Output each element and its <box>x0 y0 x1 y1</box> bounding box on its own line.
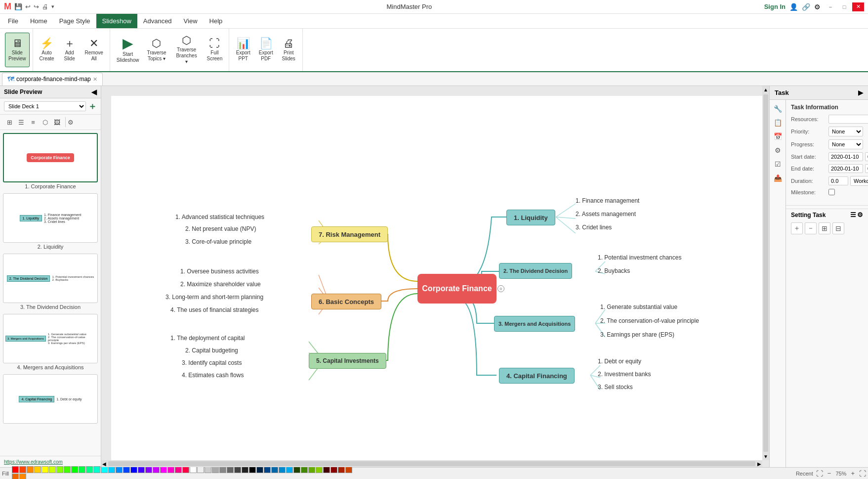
close-btn[interactable]: ✕ <box>852 2 864 11</box>
color-swatch-13[interactable] <box>108 466 115 473</box>
color-swatch-4[interactable] <box>41 466 48 473</box>
quick-access-print[interactable]: 🖨 <box>42 3 48 10</box>
menu-page-style[interactable]: Page Style <box>53 14 96 28</box>
setting-grid-btn[interactable]: ⊞ <box>819 222 830 234</box>
slide-deck-select[interactable]: Slide Deck 1 <box>4 101 86 111</box>
ribbon-btn-traverse-topics[interactable]: ⬡ Traverse Topics ▾ <box>143 33 169 67</box>
color-swatch-37[interactable] <box>286 466 293 473</box>
scroll-left-btn[interactable]: ◀ <box>101 460 107 468</box>
view-btn-grid[interactable]: ⊞ <box>4 117 15 128</box>
color-swatch-15[interactable] <box>123 466 130 473</box>
ribbon-btn-start-slideshow[interactable]: ▶ Start Slideshow <box>113 33 143 67</box>
view-btn-icon[interactable]: ⬡ <box>40 117 50 128</box>
view-btn-thumb[interactable]: 🖼 <box>51 117 62 128</box>
footer-link[interactable]: https://www.edrawsoft.com <box>4 459 63 465</box>
color-swatch-23[interactable] <box>182 466 189 473</box>
fit-icon[interactable]: ⛶ <box>816 470 823 478</box>
quick-access-save[interactable]: 💾 <box>14 3 22 10</box>
scroll-up-btn[interactable]: ▲ <box>762 86 769 93</box>
slide-item-5[interactable]: 4. Capital Financing 1. Debt or equity <box>3 374 98 424</box>
task-duration-value[interactable] <box>828 176 848 185</box>
color-swatch-40[interactable] <box>308 466 315 473</box>
task-end-date[interactable] <box>828 164 863 173</box>
canvas-area[interactable]: ▲ ▼ ◀ ▶ <box>101 86 769 467</box>
menu-view[interactable]: View <box>178 14 204 28</box>
node-capital-investments[interactable]: 5. Capital Investments <box>309 353 386 369</box>
task-duration-unit[interactable]: Workda Hours Days <box>850 176 868 186</box>
color-swatch-24[interactable] <box>190 466 197 473</box>
task-priority-select[interactable]: None Low Medium High <box>828 127 863 136</box>
color-swatch-22[interactable] <box>175 466 182 473</box>
color-swatch-30[interactable] <box>234 466 241 473</box>
menu-file[interactable]: File <box>2 14 24 28</box>
node-central[interactable]: Corporate Finance <box>417 274 496 304</box>
settings-icon[interactable]: ⚙ <box>814 3 821 11</box>
ribbon-btn-slide-preview[interactable]: 🖥 Slide Preview <box>5 33 30 67</box>
color-swatch-10[interactable] <box>86 466 93 473</box>
expand-indicator[interactable]: ○ <box>497 285 504 292</box>
task-milestone-checkbox[interactable] <box>828 189 835 195</box>
node-mergers[interactable]: 3. Mergers and Acquisitions <box>494 316 575 332</box>
node-basic-concepts[interactable]: 6. Basic Concepts <box>311 294 381 309</box>
color-swatch-5[interactable] <box>49 466 56 473</box>
node-dividend[interactable]: 2. The Dividend Decision <box>499 263 572 279</box>
color-swatch-38[interactable] <box>293 466 300 473</box>
menu-slideshow[interactable]: Slideshow <box>96 14 137 28</box>
color-swatch-45[interactable] <box>345 466 352 473</box>
ribbon-btn-export-pdf[interactable]: 📄 Export PDF <box>255 33 277 67</box>
ribbon-btn-remove-all[interactable]: ✕ Remove All <box>82 33 107 67</box>
quick-access-redo[interactable]: ↪ <box>34 3 39 10</box>
user-icon[interactable]: 👤 <box>789 3 798 11</box>
color-swatch-8[interactable] <box>71 466 78 473</box>
color-swatch-16[interactable] <box>130 466 137 473</box>
task-start-time[interactable] <box>865 152 868 161</box>
color-swatch-0[interactable] <box>12 466 19 473</box>
zoom-in-btn[interactable]: + <box>849 470 856 477</box>
color-swatch-47[interactable] <box>19 474 26 479</box>
color-swatch-9[interactable] <box>79 466 85 473</box>
zoom-out-btn[interactable]: − <box>826 470 833 477</box>
scroll-right-btn[interactable]: ▶ <box>756 460 762 468</box>
color-swatch-14[interactable] <box>116 466 123 473</box>
color-swatch-6[interactable] <box>56 466 63 473</box>
color-swatch-36[interactable] <box>279 466 286 473</box>
color-swatch-27[interactable] <box>212 466 219 473</box>
color-swatch-26[interactable] <box>205 466 211 473</box>
maximize-btn[interactable]: □ <box>838 2 850 11</box>
color-swatch-25[interactable] <box>197 466 204 473</box>
setting-layout-btn[interactable]: ⊟ <box>832 222 844 234</box>
task-progress-select[interactable]: None 25% 50% 75% 100% <box>828 139 863 149</box>
color-swatch-21[interactable] <box>167 466 174 473</box>
color-swatch-20[interactable] <box>160 466 167 473</box>
task-export-icon[interactable]: 📤 <box>772 172 784 184</box>
slide-item-2[interactable]: 1. Liquidity 1. Finance management 2. As… <box>3 193 98 250</box>
fullscreen-icon[interactable]: ⛶ <box>859 470 866 478</box>
node-liquidity[interactable]: 1. Liquidity <box>506 210 555 225</box>
menu-advanced[interactable]: Advanced <box>137 14 178 28</box>
share-icon[interactable]: 🔗 <box>802 3 810 11</box>
color-swatch-46[interactable] <box>12 474 19 479</box>
color-swatch-28[interactable] <box>219 466 226 473</box>
view-btn-outline[interactable]: ≡ <box>28 117 39 128</box>
color-swatch-44[interactable] <box>338 466 345 473</box>
color-swatch-19[interactable] <box>153 466 160 473</box>
color-swatch-7[interactable] <box>64 466 71 473</box>
color-swatch-33[interactable] <box>256 466 263 473</box>
task-panel-collapse[interactable]: ▶ <box>858 89 863 96</box>
ribbon-btn-add-slide[interactable]: ＋ Add Slide <box>59 33 81 67</box>
ribbon-btn-auto-create[interactable]: ⚡ Auto Create <box>36 33 58 67</box>
setting-minus-btn[interactable]: － <box>805 222 817 234</box>
setting-config-icon[interactable]: ⚙ <box>857 211 863 218</box>
color-swatch-17[interactable] <box>138 466 145 473</box>
ribbon-btn-traverse-branches[interactable]: ⬡ Traverse Branches ▾ <box>171 33 203 67</box>
task-settings-icon[interactable]: ⚙ <box>772 144 784 156</box>
setting-add-btn[interactable]: ＋ <box>791 222 803 234</box>
view-btn-list[interactable]: ☰ <box>16 117 27 128</box>
node-risk-management[interactable]: 7. Risk Management <box>311 226 388 242</box>
menu-home[interactable]: Home <box>24 14 53 28</box>
ribbon-btn-export-ppt[interactable]: 📊 Export PPT <box>232 33 254 67</box>
color-swatch-39[interactable] <box>301 466 308 473</box>
menu-help[interactable]: Help <box>204 14 229 28</box>
minimize-btn[interactable]: − <box>825 2 836 11</box>
sign-in-btn[interactable]: Sign In <box>764 3 785 10</box>
